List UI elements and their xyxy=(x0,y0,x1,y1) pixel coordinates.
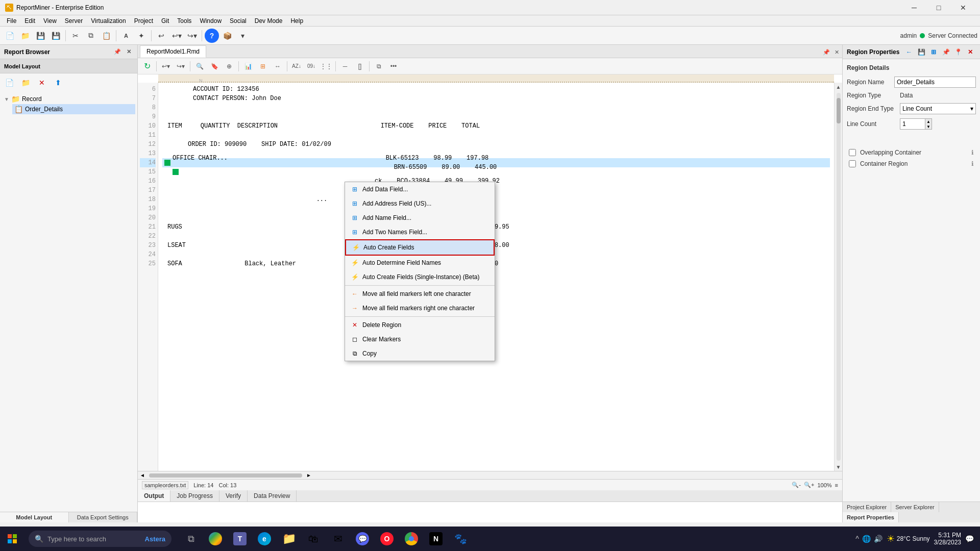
scroll-down[interactable]: ▼ xyxy=(835,463,843,471)
toolbar-cut[interactable]: ✂ xyxy=(68,29,83,43)
ctx-clear-markers[interactable]: ◻ Clear Markers xyxy=(345,332,495,346)
tab-data-export[interactable]: Data Export Settings xyxy=(69,512,138,522)
start-button[interactable] xyxy=(0,527,24,551)
minimize-btn[interactable]: ─ xyxy=(902,0,926,15)
scroll-up[interactable]: ▲ xyxy=(835,83,843,91)
editor-bracket[interactable]: [] xyxy=(353,60,366,73)
taskbar-task-view[interactable]: ⧉ xyxy=(180,528,202,550)
menu-help[interactable]: Help xyxy=(286,16,307,26)
ctx-add-two-names[interactable]: ⊞ Add Two Names Field... xyxy=(345,225,495,239)
doc-tab-reportmodel[interactable]: ReportModel1.Rmd xyxy=(140,45,206,58)
rp-tab-server-explorer[interactable]: Server Explorer xyxy=(891,502,939,512)
toolbar-open[interactable]: 📁 xyxy=(18,29,32,43)
rp-pin2-btn[interactable]: 📍 xyxy=(952,46,964,58)
tab-data-preview[interactable]: Data Preview xyxy=(248,490,297,502)
ctx-add-data-field[interactable]: ⊞ Add Data Field... xyxy=(345,182,495,196)
ctx-auto-create-fields[interactable]: ⚡ Auto Create Fields xyxy=(345,239,495,256)
tree-order-details[interactable]: 📋 Order_Details xyxy=(12,104,135,114)
editor-find[interactable]: 🔍 xyxy=(193,60,206,73)
overlapping-checkbox[interactable] xyxy=(849,149,856,156)
container-checkbox[interactable] xyxy=(849,160,856,167)
toolbar-copy[interactable]: ⧉ xyxy=(84,29,98,43)
rp-save-btn[interactable]: 💾 xyxy=(916,46,927,58)
taskbar-teams[interactable]: T xyxy=(229,528,251,550)
taskbar-network[interactable]: 🌐 xyxy=(862,535,871,543)
menu-file[interactable]: File xyxy=(3,16,20,26)
taskbar-chrome2[interactable] xyxy=(400,528,423,550)
panel-close-btn[interactable]: ✕ xyxy=(124,47,133,57)
tab-output[interactable]: Output xyxy=(138,490,170,502)
ctx-add-address-field[interactable]: ⊞ Add Address Field (US)... xyxy=(345,196,495,211)
taskbar-explorer[interactable]: 📁 xyxy=(278,528,300,550)
panel-pin-btn[interactable]: 📌 xyxy=(113,47,122,57)
scroll-thumb-h[interactable] xyxy=(149,473,302,478)
scroll-right-btn[interactable]: ► xyxy=(304,472,313,478)
rp-back-btn[interactable]: ← xyxy=(903,46,915,58)
field-region-name[interactable] xyxy=(894,77,976,88)
menu-server[interactable]: Server xyxy=(61,16,87,26)
toolbar-format[interactable]: ✦ xyxy=(134,29,149,43)
tree-delete-btn[interactable]: ✕ xyxy=(35,76,49,90)
scroll-track[interactable] xyxy=(837,93,841,461)
taskbar-volume[interactable]: 🔊 xyxy=(874,535,883,543)
menu-social[interactable]: Social xyxy=(226,16,251,26)
rp-tab-report-properties[interactable]: Report Properties xyxy=(843,512,899,522)
ctx-move-left[interactable]: ← Move all field markers left one charac… xyxy=(345,287,495,301)
menu-git[interactable]: Git xyxy=(157,16,173,26)
ctx-copy[interactable]: ⧉ Copy xyxy=(345,346,495,361)
ctx-add-name-field[interactable]: ⊞ Add Name Field... xyxy=(345,211,495,225)
tree-record[interactable]: ▼ 📁 Record xyxy=(2,94,135,104)
menu-devmode[interactable]: Dev Mode xyxy=(251,16,287,26)
taskbar-notion[interactable]: N xyxy=(425,528,447,550)
menu-project[interactable]: Project xyxy=(130,16,157,26)
scroll-left-btn[interactable]: ◄ xyxy=(138,472,147,478)
editor-more[interactable]: ••• xyxy=(387,60,400,73)
editor-copy2[interactable]: ⧉ xyxy=(372,60,385,73)
line-count-input[interactable] xyxy=(900,118,925,130)
tab-verify[interactable]: Verify xyxy=(219,490,248,502)
taskbar-edge[interactable]: e xyxy=(253,528,276,550)
taskbar-opera[interactable]: O xyxy=(376,528,398,550)
editor-09[interactable]: 09↓ xyxy=(305,60,318,73)
menu-tools[interactable]: Tools xyxy=(173,16,195,26)
rp-pin-btn[interactable]: 📌 xyxy=(940,46,951,58)
editor-az[interactable]: AZ↓ xyxy=(290,60,303,73)
menu-virtualization[interactable]: Virtualization xyxy=(87,16,130,26)
toolbar-undo2[interactable]: ↩▾ xyxy=(169,29,184,43)
spinner-up[interactable]: ▲ xyxy=(925,119,932,124)
taskbar-chrome[interactable] xyxy=(204,528,227,550)
doc-close-btn[interactable]: ✕ xyxy=(832,47,841,57)
taskbar-store[interactable]: 🛍 xyxy=(302,528,325,550)
toolbar-save[interactable]: 💾 xyxy=(33,29,47,43)
editor-minus[interactable]: ─ xyxy=(338,60,352,73)
toolbar-help[interactable]: ? xyxy=(205,29,219,43)
editor-scrollbar[interactable]: ▲ ▼ xyxy=(834,83,842,471)
overlapping-info-icon[interactable]: ℹ xyxy=(971,149,974,156)
taskbar-discord[interactable]: 💬 xyxy=(351,528,374,550)
editor-cursor[interactable]: ⊕ xyxy=(223,60,236,73)
toolbar-more[interactable]: ▾ xyxy=(235,29,250,43)
toolbar-misc[interactable]: 📦 xyxy=(220,29,234,43)
tab-model-layout[interactable]: Model Layout xyxy=(0,512,69,522)
taskbar-notifications[interactable]: 💬 xyxy=(965,535,974,543)
ctx-delete-region[interactable]: ✕ Delete Region xyxy=(345,318,495,332)
toolbar-new[interactable]: 📄 xyxy=(3,29,17,43)
tree-add-btn[interactable]: 📄 xyxy=(2,76,16,90)
editor-refresh[interactable]: ↻ xyxy=(140,60,154,73)
taskbar-arrow-up[interactable]: ^ xyxy=(855,535,859,543)
rp-close-btn[interactable]: ✕ xyxy=(965,46,976,58)
taskbar-search[interactable]: 🔍 Type here to search Astera xyxy=(29,531,172,547)
ctx-auto-determine[interactable]: ⚡ Auto Determine Field Names xyxy=(345,256,495,270)
ctx-move-right[interactable]: → Move all field markers right one chara… xyxy=(345,301,495,315)
toolbar-save2[interactable]: 💾 xyxy=(48,29,63,43)
toolbar-redo[interactable]: ↪▾ xyxy=(185,29,199,43)
toolbar-undo[interactable]: ↩ xyxy=(154,29,168,43)
maximize-btn[interactable]: □ xyxy=(927,0,950,15)
editor-table[interactable]: ⊞ xyxy=(256,60,270,73)
editor-content[interactable]: ACCOUNT ID: 123456 CONTACT PERSON: John … xyxy=(158,83,834,471)
zoom-out-btn[interactable]: 🔍- xyxy=(792,482,801,488)
rp-table-btn[interactable]: ⊞ xyxy=(928,46,939,58)
zoom-in-btn[interactable]: 🔍+ xyxy=(804,482,814,488)
tree-folder-btn[interactable]: 📁 xyxy=(18,76,33,90)
field-region-end-type[interactable]: Line Count ▾ xyxy=(900,103,976,114)
